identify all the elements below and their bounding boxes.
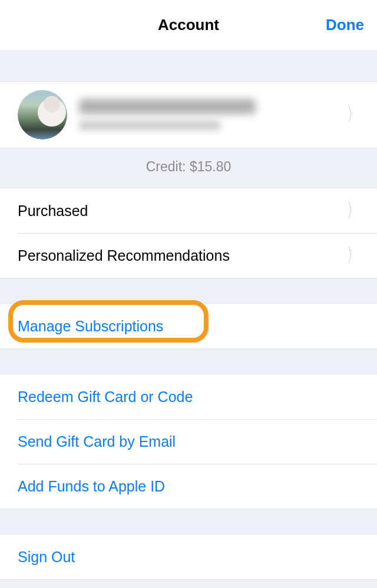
spacer [0, 51, 377, 81]
profile-email-blurred [79, 120, 220, 131]
sign-out-row[interactable]: Sign Out [0, 534, 377, 579]
avatar [18, 90, 67, 139]
add-funds-row[interactable]: Add Funds to Apple ID [0, 464, 377, 509]
purchase-section: Purchased 〉 Personalized Recommendations… [0, 188, 377, 278]
purchased-row[interactable]: Purchased 〉 [0, 188, 377, 233]
send-gift-row[interactable]: Send Gift Card by Email [0, 419, 377, 464]
send-gift-label: Send Gift Card by Email [18, 433, 366, 450]
profile-name-blurred [79, 99, 256, 114]
done-button[interactable]: Done [326, 16, 364, 34]
subscriptions-section: Manage Subscriptions [0, 303, 377, 349]
chevron-right-icon: 〉 [347, 101, 359, 128]
purchased-label: Purchased [18, 202, 343, 220]
gift-section: Redeem Gift Card or Code Send Gift Card … [0, 374, 377, 509]
profile-row[interactable]: 〉 [0, 82, 377, 148]
profile-text [79, 99, 343, 131]
signout-section: Sign Out [0, 534, 377, 580]
page-title: Account [158, 16, 219, 34]
recommendations-row[interactable]: Personalized Recommendations 〉 [0, 233, 377, 278]
recommendations-label: Personalized Recommendations [18, 247, 343, 264]
sign-out-label: Sign Out [18, 549, 366, 566]
credit-label: Credit: $15.80 [0, 148, 377, 188]
profile-section: 〉 [0, 81, 377, 148]
chevron-right-icon: 〉 [347, 242, 359, 269]
spacer [0, 278, 377, 303]
spacer [0, 509, 377, 534]
header-bar: Account Done [0, 0, 377, 51]
manage-subscriptions-row[interactable]: Manage Subscriptions [0, 304, 377, 348]
redeem-label: Redeem Gift Card or Code [18, 388, 366, 406]
add-funds-label: Add Funds to Apple ID [18, 478, 366, 495]
chevron-right-icon: 〉 [347, 197, 359, 224]
spacer [0, 349, 377, 374]
redeem-row[interactable]: Redeem Gift Card or Code [0, 374, 377, 419]
manage-subscriptions-label: Manage Subscriptions [18, 318, 366, 335]
